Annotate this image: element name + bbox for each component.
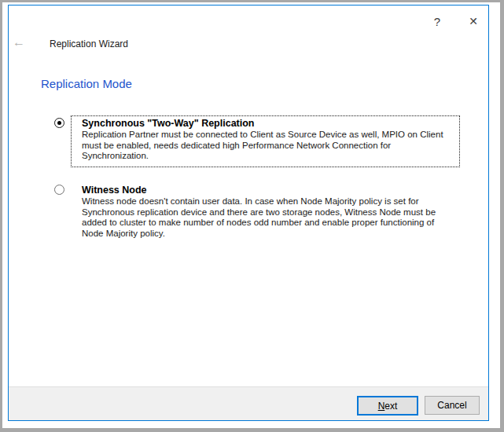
replication-wizard-dialog: ? ✕ ← Replication Wizard Replication Mod…	[8, 5, 489, 421]
radio-synchronous-two-way[interactable]	[54, 118, 64, 128]
window-edge-top	[0, 0, 504, 2]
option-description-line: Synchronization.	[82, 151, 454, 162]
window-edge-right	[500, 0, 504, 432]
option-description-line: Replication Partner must be connected to…	[82, 130, 454, 141]
close-button[interactable]: ✕	[462, 12, 484, 31]
option-synchronous-two-way[interactable]: Synchronous "Two-Way" Replication Replic…	[71, 115, 460, 167]
option-description-line: Node Majority policy.	[82, 229, 454, 240]
option-description-line: Synchronous replication device and there…	[82, 207, 454, 218]
window-edge-left	[0, 0, 2, 432]
option-description-line: added to cluster to make number of nodes…	[82, 218, 454, 229]
help-button[interactable]: ?	[426, 12, 448, 31]
page-title: Replication Mode	[41, 77, 132, 90]
option-description-line: must be enabled, needs dedicated high Pe…	[82, 141, 454, 152]
option-title: Synchronous "Two-Way" Replication	[82, 118, 454, 130]
back-arrow-icon: ←	[13, 35, 25, 49]
next-button-label: ext	[384, 401, 397, 412]
close-icon: ✕	[469, 15, 478, 27]
window-edge-bottom	[0, 428, 504, 432]
footer-button-bar: Next Cancel	[9, 386, 488, 420]
radio-witness-node[interactable]	[54, 185, 64, 195]
option-title: Witness Node	[82, 185, 454, 196]
help-icon: ?	[434, 15, 440, 28]
option-witness-node[interactable]: Witness Node Witness node doesn't contai…	[71, 182, 460, 243]
back-button[interactable]: ←	[10, 35, 28, 50]
cancel-button[interactable]: Cancel	[425, 396, 480, 415]
cancel-button-label: Cancel	[437, 400, 466, 411]
option-description-line: Witness node doesn't contain user data. …	[82, 196, 454, 207]
next-button[interactable]: Next	[357, 396, 418, 416]
window-title: Replication Wizard	[50, 38, 128, 49]
